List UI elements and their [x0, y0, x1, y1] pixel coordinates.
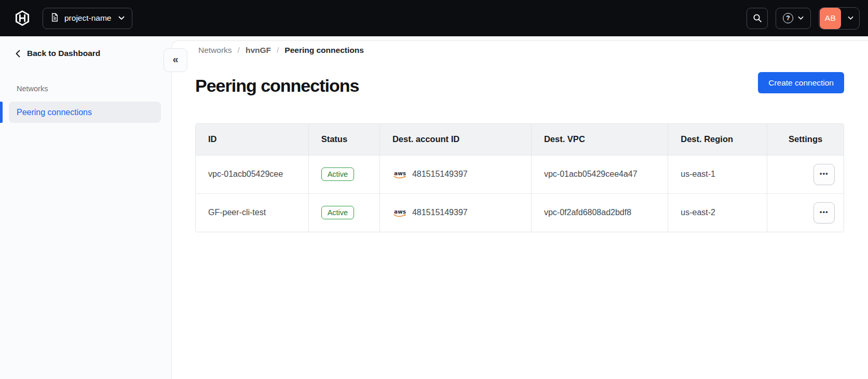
back-to-dashboard-link[interactable]: Back to Dashboard [16, 49, 100, 58]
breadcrumb-item-networks[interactable]: Networks [198, 46, 232, 55]
aws-logo-icon: aws [392, 170, 406, 179]
column-header-dest-account-id: Dest. account ID [379, 124, 531, 155]
column-header-status: Status [308, 124, 379, 155]
breadcrumb-item-current: Peering connections [284, 46, 363, 55]
peering-connections-table: ID Status Dest. account ID Dest. VPC Des… [195, 123, 844, 232]
breadcrumb-separator: / [277, 46, 279, 55]
sidebar-section-networks: Networks [17, 85, 48, 93]
account-id-value: 481515149397 [412, 208, 468, 217]
row-actions-button[interactable]: ••• [813, 202, 835, 223]
column-header-settings: Settings [767, 124, 844, 155]
cell-status: Active [308, 155, 379, 193]
status-badge: Active [321, 167, 355, 181]
column-header-id: ID [196, 124, 308, 155]
project-switcher-label: project-name [64, 13, 111, 23]
cell-settings: ••• [767, 155, 844, 193]
help-menu-button[interactable]: ? [776, 8, 811, 29]
cell-id: GF-peer-cli-test [196, 193, 308, 232]
project-switcher-dropdown[interactable]: project-name [43, 8, 132, 29]
cell-vpc: vpc-01acb05429cee4a47 [531, 155, 668, 193]
sidebar: Back to Dashboard Networks Peering conne… [0, 36, 171, 379]
aws-logo-icon: aws [392, 208, 406, 217]
topbar-actions: ? AB [747, 7, 860, 30]
table-row: vpc-01acb05429cee Active aws 48151514939… [196, 155, 844, 193]
cell-account-id: aws 481515149397 [379, 155, 531, 193]
user-menu-button[interactable]: AB [819, 7, 860, 30]
hashicorp-logo-icon [15, 10, 30, 26]
page-title: Peering connections [195, 72, 359, 96]
search-button[interactable] [747, 8, 768, 29]
page-header: Peering connections Create connection [195, 72, 844, 96]
main-panel: Networks / hvnGF / Peering connections P… [171, 40, 868, 379]
sidebar-collapse-button[interactable]: « [164, 48, 187, 72]
ellipsis-icon: ••• [820, 208, 829, 216]
active-item-indicator [0, 102, 3, 123]
chevron-down-icon [798, 16, 804, 20]
search-icon [753, 13, 762, 23]
svg-text:aws: aws [394, 170, 406, 176]
ellipsis-icon: ••• [820, 170, 829, 177]
account-id-value: 481515149397 [412, 170, 468, 179]
collapse-icon: « [172, 53, 178, 65]
document-icon [50, 13, 59, 24]
cell-status: Active [308, 193, 379, 232]
cell-region: us-east-2 [668, 193, 767, 232]
cell-account-id: aws 481515149397 [379, 193, 531, 232]
cell-region: us-east-1 [668, 155, 767, 193]
column-header-dest-vpc: Dest. VPC [531, 124, 668, 155]
column-header-dest-region: Dest. Region [668, 124, 767, 155]
breadcrumb-separator: / [238, 46, 240, 55]
chevron-down-icon [842, 16, 859, 20]
sidebar-item-peering-connections[interactable]: Peering connections [9, 102, 161, 123]
avatar: AB [820, 8, 841, 29]
help-icon: ? [783, 13, 793, 23]
status-badge: Active [321, 206, 355, 219]
breadcrumb: Networks / hvnGF / Peering connections [198, 46, 364, 55]
cell-settings: ••• [767, 193, 844, 232]
svg-text:aws: aws [394, 208, 406, 215]
topbar: project-name ? [0, 0, 868, 36]
breadcrumb-item-hvn[interactable]: hvnGF [246, 46, 271, 55]
table-header-row: ID Status Dest. account ID Dest. VPC Des… [196, 124, 844, 155]
chevron-down-icon [118, 16, 125, 20]
chevron-left-icon [16, 50, 20, 58]
row-actions-button[interactable]: ••• [813, 164, 835, 185]
cell-id: vpc-01acb05429cee [196, 155, 308, 193]
create-connection-button[interactable]: Create connection [758, 72, 844, 93]
table-row: GF-peer-cli-test Active aws 481515149397 [196, 193, 844, 232]
sidebar-item-label: Peering connections [17, 108, 92, 117]
cell-vpc: vpc-0f2afd6808ad2bdf8 [531, 193, 668, 232]
back-to-dashboard-label: Back to Dashboard [27, 49, 100, 58]
